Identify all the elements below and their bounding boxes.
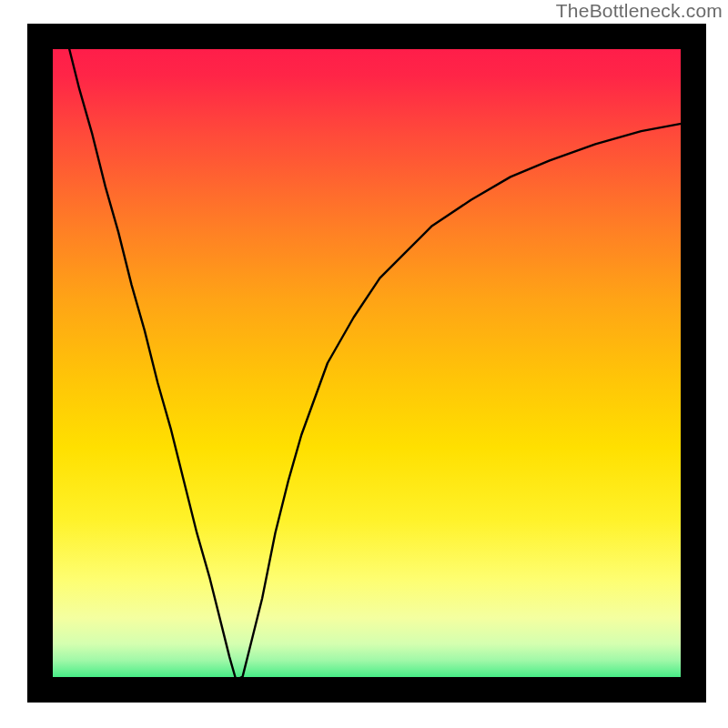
watermark-text: TheBottleneck.com	[556, 0, 723, 22]
chart-svg	[0, 0, 728, 728]
chart-container: TheBottleneck.com	[0, 0, 728, 728]
plot-background	[40, 36, 693, 690]
